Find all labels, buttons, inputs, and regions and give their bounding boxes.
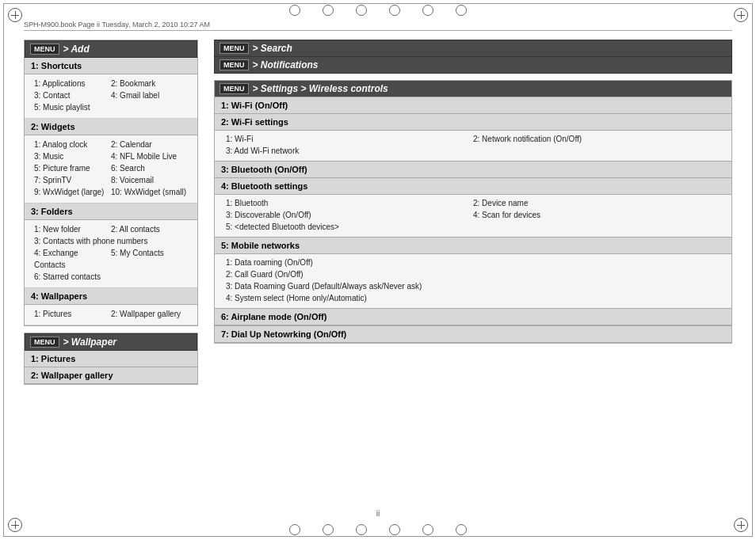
list-item: 3: Music — [34, 150, 111, 162]
add-menu-header: MENU > Add — [25, 40, 197, 58]
list-item: 10: WxWidget (small) — [111, 186, 188, 198]
wallpapers-header: 4: Wallpapers — [25, 288, 197, 305]
list-item: 1: Analog clock — [34, 139, 111, 150]
list-item: 3: Data Roaming Guard (Default/Always as… — [226, 280, 720, 292]
notifications-menu-title: > Notifications — [253, 59, 319, 70]
list-item: 1: Pictures — [34, 308, 111, 320]
list-item: 1: Bluetooth — [226, 197, 473, 209]
list-item: 7: SprinTV — [34, 174, 111, 186]
search-menu-header: MENU > Search — [214, 40, 732, 57]
wallpaper-menu-header: MENU > Wallpaper — [25, 333, 197, 351]
list-item: 2: Bookmark — [111, 78, 188, 89]
list-item: 4: System select (Home only/Automatic) — [226, 292, 720, 304]
spiral-top — [289, 5, 467, 16]
list-item: 5: Picture frame — [34, 162, 111, 174]
folders-section: 3: Folders 1: New folder 2: All contacts… — [25, 203, 197, 288]
corner-marker-tr — [734, 8, 748, 22]
list-item: 2: Calendar — [111, 139, 188, 150]
add-menu-box: MENU > Add 1: Shortcuts 1: Applications … — [24, 40, 198, 326]
page-header: SPH-M900.book Page ii Tuesday, March 2, … — [24, 21, 732, 29]
folders-content: 1: New folder 2: All contacts 3: Contact… — [25, 220, 197, 288]
list-item: 2: Device name — [473, 197, 720, 209]
main-content: MENU > Add 1: Shortcuts 1: Applications … — [24, 40, 732, 500]
add-menu-tag: MENU — [30, 44, 59, 55]
bluetooth-onoff-header: 3: Bluetooth (On/Off) — [215, 161, 731, 178]
list-item: 5: My Contacts — [111, 247, 188, 271]
settings-menu-title: > Settings > Wireless controls — [253, 83, 388, 94]
spiral-bottom — [289, 524, 467, 535]
list-item: 3: Contacts with phone numbers — [34, 237, 147, 245]
corner-marker-br — [734, 518, 748, 532]
list-item: 6: Search — [111, 162, 188, 174]
wallpaper-pictures: 1: Pictures — [25, 351, 197, 367]
list-item: 2: Call Guard (On/Off) — [226, 268, 720, 280]
list-item: 3: Discoverable (On/Off) — [226, 209, 473, 221]
list-item: 5: <detected Bluetooth devices> — [226, 222, 339, 231]
list-item: 1: Applications — [34, 78, 111, 89]
corner-marker-bl — [8, 518, 22, 532]
notifications-menu-tag: MENU — [220, 59, 249, 70]
wifi-onoff-header: 1: Wi-Fi (On/Off) — [215, 97, 731, 114]
settings-menu-header: MENU > Settings > Wireless controls — [215, 81, 731, 97]
mobile-networks-content: 1: Data roaming (On/Off) 2: Call Guard (… — [215, 254, 731, 308]
page-number: ii — [376, 509, 380, 518]
search-menu-tag: MENU — [220, 43, 249, 54]
list-item: 3: Contact — [34, 89, 111, 101]
wallpapers-content: 1: Pictures 2: Wallpaper gallery — [25, 305, 197, 325]
wifi-settings-section: 2: Wi-Fi settings 1: Wi-Fi 2: Network no… — [215, 114, 731, 161]
settings-menu-box: MENU > Settings > Wireless controls 1: W… — [214, 80, 732, 344]
shortcuts-content: 1: Applications 2: Bookmark 3: Contact 4… — [25, 74, 197, 119]
list-item: 8: Voicemail — [111, 174, 188, 186]
bluetooth-settings-header: 4: Bluetooth settings — [215, 178, 731, 195]
notifications-menu-header: MENU > Notifications — [214, 57, 732, 74]
list-item: 1: New folder — [34, 223, 111, 235]
list-item: 2: All contacts — [111, 223, 188, 235]
list-item: 4: NFL Mobile Live — [111, 150, 188, 162]
list-item: 9: WxWidget (large) — [34, 186, 111, 198]
bluetooth-settings-content: 1: Bluetooth 2: Device name 3: Discovera… — [215, 195, 731, 237]
list-item: 1: Wi-Fi — [226, 133, 473, 145]
wifi-settings-content: 1: Wi-Fi 2: Network notification (On/Off… — [215, 131, 731, 161]
widgets-content: 1: Analog clock 2: Calendar 3: Music 4: … — [25, 135, 197, 203]
list-item: 4: Exchange Contacts — [34, 247, 111, 271]
widgets-section: 2: Widgets 1: Analog clock 2: Calendar 3… — [25, 119, 197, 203]
wallpapers-section: 4: Wallpapers 1: Pictures 2: Wallpaper g… — [25, 288, 197, 325]
add-menu-title: > Add — [63, 44, 90, 55]
list-item: 6: Starred contacts — [34, 272, 101, 281]
search-menu-title: > Search — [253, 43, 292, 54]
mobile-networks-section: 5: Mobile networks 1: Data roaming (On/O… — [215, 237, 731, 308]
wallpaper-menu-title: > Wallpaper — [63, 337, 116, 348]
dialup-header: 7: Dial Up Netowrking (On/Off) — [215, 325, 731, 343]
list-item: 1: Data roaming (On/Off) — [226, 257, 720, 268]
shortcuts-header: 1: Shortcuts — [25, 58, 197, 74]
widgets-header: 2: Widgets — [25, 119, 197, 135]
header-line — [24, 30, 732, 31]
list-item: 2: Network notification (On/Off) — [473, 133, 720, 145]
list-item: 4: Gmail label — [111, 89, 188, 101]
settings-menu-tag: MENU — [220, 83, 249, 94]
list-item: 4: Scan for devices — [473, 209, 720, 221]
right-column: MENU > Search MENU > Notifications MENU … — [214, 40, 732, 500]
bluetooth-settings-section: 4: Bluetooth settings 1: Bluetooth 2: De… — [215, 178, 731, 237]
mobile-networks-header: 5: Mobile networks — [215, 237, 731, 254]
header-text: SPH-M900.book Page ii Tuesday, March 2, … — [24, 21, 210, 29]
wallpaper-menu-box: MENU > Wallpaper 1: Pictures 2: Wallpape… — [24, 333, 198, 385]
wallpaper-gallery: 2: Wallpaper gallery — [25, 367, 197, 384]
list-item: 3: Add Wi-Fi network — [226, 146, 299, 155]
list-item: 2: Wallpaper gallery — [111, 308, 188, 320]
airplane-mode-header: 6: Airplane mode (On/Off) — [215, 308, 731, 325]
left-column: MENU > Add 1: Shortcuts 1: Applications … — [24, 40, 198, 500]
shortcuts-section: 1: Shortcuts 1: Applications 2: Bookmark… — [25, 58, 197, 119]
folders-header: 3: Folders — [25, 203, 197, 220]
corner-marker-tl — [8, 8, 22, 22]
list-item: 5: Music playlist — [34, 101, 111, 113]
wallpaper-menu-tag: MENU — [30, 337, 59, 348]
wifi-settings-header: 2: Wi-Fi settings — [215, 114, 731, 131]
